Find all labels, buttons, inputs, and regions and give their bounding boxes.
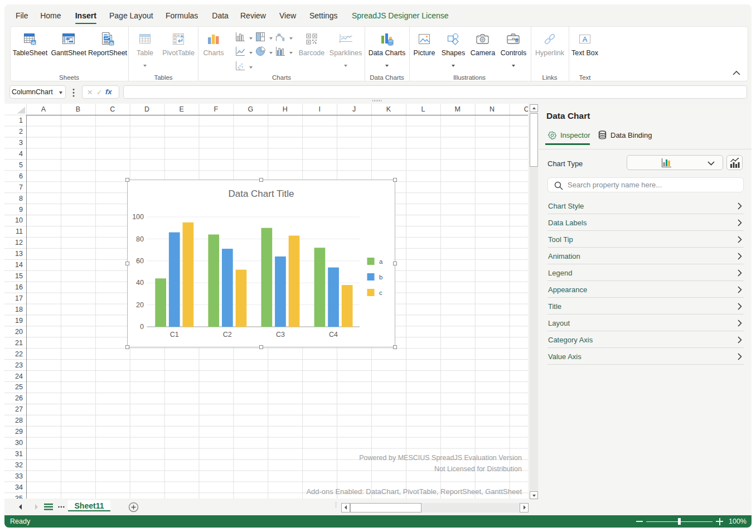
svg-text:4: 4 bbox=[19, 150, 23, 158]
svg-text:C2: C2 bbox=[223, 331, 232, 338]
svg-text:5: 5 bbox=[19, 161, 23, 169]
svg-text:21: 21 bbox=[15, 339, 23, 347]
svg-text:A: A bbox=[583, 35, 588, 43]
svg-text:2: 2 bbox=[19, 128, 23, 136]
svg-text:B: B bbox=[76, 105, 80, 113]
svg-text:I: I bbox=[318, 105, 320, 113]
svg-text:C: C bbox=[110, 105, 115, 113]
svg-text:K: K bbox=[386, 105, 391, 113]
svg-text:34: 34 bbox=[15, 483, 23, 491]
svg-text:M: M bbox=[455, 105, 461, 113]
svg-text:a: a bbox=[379, 258, 383, 265]
svg-text:C4: C4 bbox=[329, 331, 338, 338]
svg-text:3: 3 bbox=[19, 139, 23, 147]
svg-text:17: 17 bbox=[15, 294, 23, 302]
svg-text:80: 80 bbox=[136, 235, 144, 243]
svg-text:1: 1 bbox=[19, 117, 23, 124]
svg-text:33: 33 bbox=[15, 472, 23, 480]
svg-text:E: E bbox=[179, 105, 183, 113]
svg-text:b: b bbox=[379, 274, 382, 280]
svg-text:0: 0 bbox=[140, 323, 144, 331]
svg-text:20: 20 bbox=[15, 328, 23, 336]
svg-text:J: J bbox=[352, 105, 356, 113]
svg-text:28: 28 bbox=[15, 417, 23, 424]
svg-text:22: 22 bbox=[15, 350, 23, 358]
svg-text:20: 20 bbox=[136, 301, 144, 309]
svg-text:19: 19 bbox=[15, 317, 23, 325]
svg-text:32: 32 bbox=[15, 461, 23, 469]
svg-text:O: O bbox=[524, 105, 528, 113]
svg-text:8: 8 bbox=[19, 195, 23, 202]
svg-text:11: 11 bbox=[16, 228, 23, 235]
svg-text:12: 12 bbox=[15, 239, 23, 246]
svg-text:35: 35 bbox=[15, 495, 23, 499]
svg-text:30: 30 bbox=[15, 439, 23, 447]
svg-text:15: 15 bbox=[15, 272, 23, 280]
svg-text:C1: C1 bbox=[170, 331, 179, 338]
svg-text:c: c bbox=[379, 289, 382, 296]
svg-text:N: N bbox=[490, 105, 495, 113]
svg-text:25: 25 bbox=[15, 383, 23, 391]
svg-text:10: 10 bbox=[15, 216, 23, 224]
svg-text:D: D bbox=[144, 105, 149, 113]
svg-text:31: 31 bbox=[15, 450, 23, 458]
svg-text:14: 14 bbox=[15, 261, 23, 269]
svg-text:13: 13 bbox=[15, 250, 23, 258]
svg-text:40: 40 bbox=[136, 279, 144, 287]
svg-text:24: 24 bbox=[15, 373, 23, 380]
svg-text:C3: C3 bbox=[276, 331, 285, 338]
svg-text:100: 100 bbox=[132, 213, 144, 221]
svg-text:29: 29 bbox=[15, 428, 23, 436]
svg-text:Data Chart Title: Data Chart Title bbox=[228, 188, 294, 199]
svg-text:G: G bbox=[248, 105, 253, 113]
svg-text:16: 16 bbox=[15, 283, 23, 291]
svg-text:H: H bbox=[283, 105, 288, 113]
svg-text:60: 60 bbox=[136, 257, 144, 265]
svg-text:L: L bbox=[421, 105, 425, 113]
svg-text:A: A bbox=[41, 105, 46, 113]
svg-text:7: 7 bbox=[19, 183, 23, 191]
svg-text:6: 6 bbox=[19, 172, 23, 180]
svg-text:23: 23 bbox=[15, 361, 23, 369]
svg-text:F: F bbox=[214, 105, 219, 113]
svg-text:26: 26 bbox=[15, 394, 23, 402]
svg-text:27: 27 bbox=[15, 405, 23, 413]
svg-text:9: 9 bbox=[19, 206, 23, 214]
svg-text:18: 18 bbox=[15, 306, 23, 313]
